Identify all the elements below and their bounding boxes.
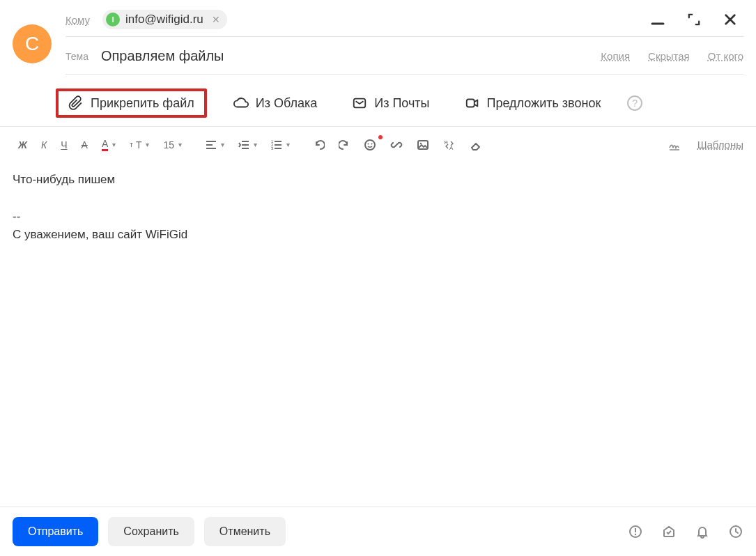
recipient-email: info@wifigid.ru [125, 13, 203, 26]
svg-rect-20 [418, 141, 428, 149]
attach-cloud-button[interactable]: Из Облака [225, 90, 326, 116]
clear-format-button[interactable] [464, 136, 488, 154]
attach-mail-button[interactable]: Из Почты [344, 90, 438, 116]
svg-point-19 [371, 143, 373, 144]
body-line: Что-нибудь пишем [13, 171, 743, 189]
priority-icon[interactable] [628, 524, 643, 539]
attach-file-label: Прикрепить файл [91, 96, 194, 111]
align-button[interactable]: ▾ [200, 137, 230, 153]
bold-button[interactable]: Ж [13, 137, 33, 153]
attach-mail-label: Из Почты [374, 96, 429, 111]
image-button[interactable] [411, 136, 435, 154]
help-icon[interactable]: ? [627, 95, 642, 111]
save-button[interactable]: Сохранить [108, 517, 194, 546]
italic-button[interactable]: К [36, 137, 52, 153]
suggest-call-label: Предложить звонок [487, 96, 601, 111]
image-icon [417, 139, 429, 151]
templates-link[interactable]: Шаблоны [697, 139, 743, 150]
from-link[interactable]: От кого [708, 50, 743, 62]
svg-text:3: 3 [271, 146, 274, 150]
redo-button[interactable] [333, 137, 355, 153]
signature-button[interactable] [663, 136, 686, 154]
cloud-icon [233, 95, 249, 111]
align-left-icon [206, 139, 217, 150]
minimize-button[interactable] [650, 12, 665, 27]
expand-button[interactable] [686, 12, 702, 27]
sender-avatar: С [13, 24, 52, 63]
redo-icon [339, 139, 350, 150]
reminder-icon[interactable] [695, 524, 710, 539]
link-icon [390, 139, 403, 151]
message-body[interactable]: Что-нибудь пишем -- С уважением, ваш сай… [0, 162, 756, 252]
video-icon [465, 95, 480, 111]
svg-rect-4 [466, 100, 474, 107]
font-size-value[interactable]: 15▾ [157, 137, 187, 153]
indent-button[interactable]: ▾ [233, 137, 263, 153]
bcc-link[interactable]: Скрытая [648, 50, 690, 62]
cancel-button[interactable]: Отменить [204, 517, 286, 546]
strikethrough-button[interactable]: А [76, 137, 93, 153]
mail-icon [352, 95, 367, 111]
undo-icon [314, 139, 325, 150]
font-size-button[interactable]: тT▾ [124, 137, 155, 153]
recipient-chip[interactable]: I info@wifigid.ru ✕ [102, 10, 227, 29]
subject-label: Тема [65, 51, 88, 62]
subject-input[interactable]: Оправляем файлы [101, 48, 601, 64]
format-toolbar: Ж К Ч А А▾ тT▾ 15▾ ▾ ▾ 123▾ ЯA Шаблоны [0, 127, 756, 162]
remove-recipient-icon[interactable]: ✕ [209, 14, 220, 25]
attach-cloud-label: Из Облака [256, 96, 318, 111]
recipient-avatar: I [106, 13, 120, 26]
schedule-icon[interactable] [728, 524, 743, 539]
signature-icon [668, 139, 681, 151]
cc-link[interactable]: Копия [601, 50, 630, 62]
undo-button[interactable] [308, 137, 330, 153]
to-label[interactable]: Кому [65, 14, 90, 26]
underline-button[interactable]: Ч [55, 137, 72, 153]
signature-dash: -- [13, 208, 743, 226]
list-icon: 123 [271, 139, 282, 150]
attach-file-button[interactable]: Прикрепить файл [56, 88, 207, 118]
indent-icon [238, 139, 249, 150]
suggest-call-button[interactable]: Предложить звонок [456, 90, 610, 116]
emoji-button[interactable] [358, 136, 382, 154]
translate-button[interactable]: ЯA [438, 136, 461, 154]
svg-point-21 [420, 142, 422, 144]
eraser-icon [470, 139, 482, 151]
send-button[interactable]: Отправить [13, 517, 98, 546]
svg-point-27 [635, 534, 636, 535]
svg-point-18 [368, 143, 369, 144]
text-color-button[interactable]: А▾ [96, 135, 121, 154]
link-button[interactable] [385, 136, 408, 154]
close-button[interactable] [723, 12, 738, 27]
list-button[interactable]: 123▾ [265, 137, 295, 153]
svg-point-17 [365, 140, 375, 150]
signature-text: С уважением, ваш сайт WiFiGid [13, 226, 743, 244]
translate-icon: ЯA [443, 139, 456, 151]
emoji-icon [364, 139, 376, 151]
read-receipt-icon[interactable] [661, 524, 677, 539]
svg-text:A: A [449, 145, 454, 151]
paperclip-icon [68, 95, 84, 111]
